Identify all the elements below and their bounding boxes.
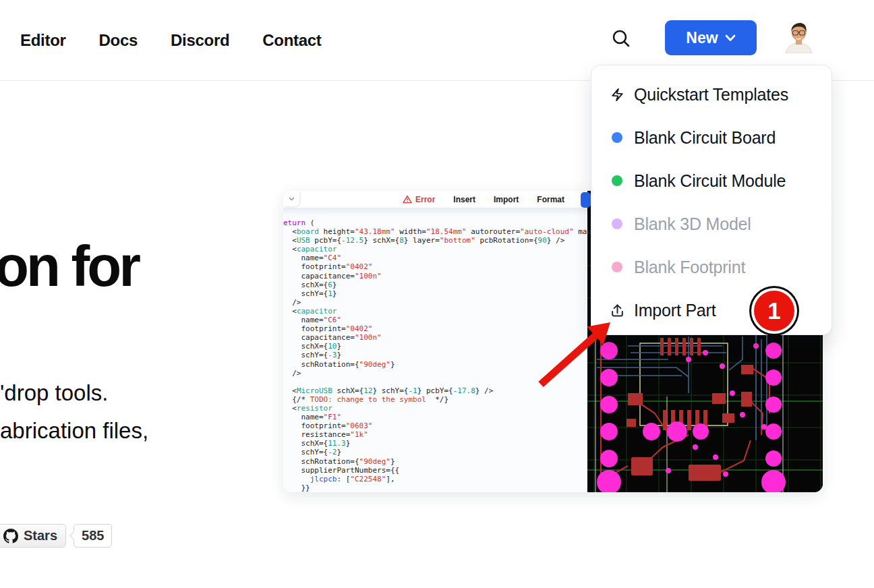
new-button-label: New	[686, 29, 718, 47]
editor-toolbar: Error InsertImportFormat	[283, 191, 587, 208]
github-stars-widget: Stars 585	[0, 524, 112, 548]
code-line: schX={10}	[283, 342, 587, 351]
editor-toolbar-tabs: InsertImportFormat	[453, 195, 564, 204]
hero-heading-fragment: on for	[0, 235, 138, 296]
code-line: name="F1"	[283, 413, 587, 421]
new-button[interactable]: New	[665, 20, 757, 55]
color-dot-icon	[609, 175, 625, 186]
lightning-icon	[609, 87, 625, 102]
nav-link-contact[interactable]: Contact	[262, 31, 321, 50]
code-editor-pane: Error InsertImportFormat eturn ( <board …	[283, 191, 587, 492]
code-line: schRotation={"90deg"}	[283, 457, 587, 466]
run-button-partial[interactable]	[581, 192, 591, 208]
upload-icon	[609, 303, 625, 318]
code-line: />	[283, 369, 587, 378]
toolbar-tab-import[interactable]: Import	[494, 195, 519, 204]
toolbar-shadow-band	[283, 208, 587, 216]
code-line: <capacitor	[283, 245, 587, 254]
code-line: eturn (	[283, 218, 587, 227]
code-line: schY={-3}	[283, 351, 587, 359]
code-line: <resistor	[283, 404, 587, 413]
code-line: }}	[283, 483, 587, 492]
error-indicator[interactable]: Error	[403, 195, 435, 204]
annotation-step-number: 1	[767, 297, 780, 324]
code-line	[283, 378, 587, 386]
code-line: <board height="43.18mm" width="18.54mm" …	[283, 227, 587, 236]
code-line: footprint="0603"	[283, 421, 587, 430]
color-dot-icon	[609, 218, 625, 229]
chevron-down-icon	[725, 34, 736, 42]
nav-link-editor[interactable]: Editor	[20, 31, 66, 50]
menu-item-blank-3d-model[interactable]: Blank 3D Model	[591, 202, 832, 245]
chevron-down-icon	[289, 197, 295, 201]
menu-item-label: Import Part	[634, 301, 716, 320]
code-line: <USB pcbY={-12.5} schX={8} layer="bottom…	[283, 236, 587, 245]
editor-collapse-tab[interactable]	[283, 191, 299, 206]
color-dot-icon	[609, 262, 625, 272]
menu-item-blank-circuit-board[interactable]: Blank Circuit Board	[591, 116, 832, 159]
nav-links: EditorDocsDiscordContact	[20, 0, 322, 81]
hero-text-line1: 'drop tools.	[0, 382, 108, 404]
code-line: schRotation={"90deg"}	[283, 360, 587, 369]
code-line: schY={-2}	[283, 448, 587, 457]
code-line: name="C4"	[283, 254, 587, 262]
code-line: footprint="0402"	[283, 262, 587, 271]
github-stars-button[interactable]: Stars	[0, 524, 66, 548]
nav-link-docs[interactable]: Docs	[99, 31, 138, 50]
hero-text-line2: abrication files,	[0, 419, 148, 442]
github-star-count[interactable]: 585	[74, 524, 112, 548]
code-line: resistance="1k"	[283, 430, 587, 439]
code-line: capacitance="100n"	[283, 272, 587, 281]
code-line: {/* TODO: change to the symbol */}	[283, 395, 587, 404]
nav-link-discord[interactable]: Discord	[171, 31, 229, 50]
code-line: schX={11.3}	[283, 439, 587, 448]
color-dot-icon	[609, 132, 625, 143]
menu-item-label: Blank Footprint	[634, 258, 745, 277]
menu-item-label: Blank 3D Model	[634, 214, 751, 234]
new-dropdown-menu: Quickstart TemplatesBlank Circuit BoardB…	[591, 65, 832, 335]
code-line: schX={6}	[283, 281, 587, 289]
code-line: />	[283, 298, 587, 307]
toolbar-tab-insert[interactable]: Insert	[453, 195, 475, 204]
code-line: name="C6"	[283, 316, 587, 324]
page: EditorDocsDiscordContact New	[0, 0, 874, 588]
menu-item-label: Blank Circuit Module	[634, 171, 786, 191]
github-stars-label: Stars	[24, 528, 57, 543]
warning-icon	[403, 195, 412, 204]
code-line: footprint="0402"	[283, 324, 587, 333]
code-line: schY={1}	[283, 289, 587, 298]
code-editor-content[interactable]: eturn ( <board height="43.18mm" width="1…	[283, 216, 587, 492]
menu-item-quickstart-templates[interactable]: Quickstart Templates	[591, 73, 832, 116]
github-star-count-value: 585	[82, 528, 104, 543]
menu-item-import-part[interactable]: Import Part	[591, 289, 832, 332]
search-icon	[610, 28, 632, 49]
avatar[interactable]	[781, 21, 816, 53]
error-label: Error	[415, 195, 435, 204]
annotation-step-badge: 1	[754, 291, 794, 331]
avatar-image	[781, 21, 816, 53]
code-line: <capacitor	[283, 307, 587, 316]
menu-item-label: Blank Circuit Board	[634, 128, 776, 148]
menu-item-blank-footprint[interactable]: Blank Footprint	[591, 245, 832, 289]
code-line: jlcpcb: ["C22548"],	[283, 475, 587, 483]
code-line: capacitance="100n"	[283, 333, 587, 342]
code-line: <MicroUSB schX={12} schY={-1} pcbY={-17.…	[283, 386, 587, 395]
menu-item-blank-circuit-module[interactable]: Blank Circuit Module	[591, 159, 832, 202]
toolbar-tab-format[interactable]: Format	[537, 195, 564, 204]
menu-item-label: Quickstart Templates	[634, 85, 788, 105]
code-line: supplierPartNumbers={{	[283, 466, 587, 475]
github-icon	[3, 529, 18, 543]
search-button[interactable]	[608, 26, 634, 51]
